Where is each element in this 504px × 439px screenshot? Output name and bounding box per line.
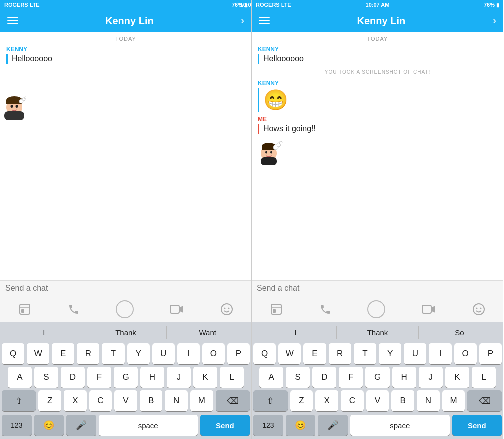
suggestion-right-1[interactable]: I: [255, 326, 337, 339]
key-space-left[interactable]: space: [99, 415, 198, 436]
key-W-left[interactable]: W: [27, 344, 49, 364]
key-emoji-left[interactable]: 😊: [34, 415, 64, 436]
status-left-info: ROGERS LTE: [4, 2, 40, 8]
key-C-right[interactable]: C: [341, 390, 364, 412]
key-H-right[interactable]: H: [392, 367, 416, 388]
menu-icon[interactable]: [7, 18, 18, 24]
key-W-right[interactable]: W: [278, 344, 301, 364]
key-R-left[interactable]: R: [77, 344, 99, 364]
key-X-left[interactable]: X: [64, 390, 87, 412]
key-send-left[interactable]: Send: [200, 415, 250, 436]
key-Q-right[interactable]: Q: [253, 344, 276, 364]
key-T-left[interactable]: T: [102, 344, 124, 364]
suggestion-right-2[interactable]: Thank: [337, 326, 419, 339]
key-J-right[interactable]: J: [419, 367, 443, 388]
key-shift-left[interactable]: ⇧: [2, 390, 36, 412]
key-C-left[interactable]: C: [89, 390, 112, 412]
video-icon-right[interactable]: [422, 304, 436, 314]
key-123-right[interactable]: 123: [253, 415, 283, 436]
key-N-left[interactable]: N: [165, 390, 188, 412]
chat-input-left[interactable]: [5, 284, 246, 293]
key-123-left[interactable]: 123: [2, 415, 32, 436]
menu-icon-right[interactable]: [259, 18, 270, 24]
key-E-left[interactable]: E: [52, 344, 74, 364]
key-Y-left[interactable]: Y: [127, 344, 150, 364]
phone-icon-left[interactable]: [68, 304, 80, 316]
key-space-right[interactable]: space: [350, 415, 450, 436]
key-B-right[interactable]: B: [391, 390, 414, 412]
key-D-left[interactable]: D: [61, 367, 85, 388]
key-M-right[interactable]: M: [442, 390, 465, 412]
key-I-right[interactable]: I: [429, 344, 451, 364]
capture-icon-right[interactable]: [367, 300, 385, 318]
svg-point-16: [224, 308, 225, 310]
key-F-left[interactable]: F: [87, 367, 111, 388]
key-U-left[interactable]: U: [152, 344, 175, 364]
input-area-right[interactable]: [252, 280, 503, 296]
key-O-left[interactable]: O: [202, 344, 225, 364]
right-phone-panel: ROGERS LTE 10:07 AM 76% ▮ Kenny Lin › TO…: [252, 0, 503, 439]
key-emoji-right[interactable]: 😊: [286, 415, 316, 436]
phone-icon-right[interactable]: [319, 304, 331, 316]
suggestion-right-3[interactable]: So: [419, 326, 500, 339]
key-shift-right[interactable]: ⇧: [253, 390, 288, 412]
chat-input-right[interactable]: [257, 284, 498, 293]
suggestion-left-3[interactable]: Want: [167, 326, 248, 339]
key-D-right[interactable]: D: [312, 367, 336, 388]
key-delete-right[interactable]: ⌫: [467, 390, 502, 412]
input-area-left[interactable]: [0, 280, 251, 296]
sticker-icon-right[interactable]: [270, 303, 283, 316]
suggestion-left-1[interactable]: I: [3, 326, 85, 339]
key-K-left[interactable]: K: [193, 367, 217, 388]
forward-icon[interactable]: ›: [241, 14, 244, 28]
key-B-left[interactable]: B: [140, 390, 163, 412]
message-emoji-kenny-right-2: 😁: [258, 88, 497, 112]
key-Z-right[interactable]: Z: [290, 390, 313, 412]
key-O-right[interactable]: O: [454, 344, 477, 364]
key-H-left[interactable]: H: [140, 367, 164, 388]
svg-rect-28: [271, 304, 281, 314]
video-icon-left[interactable]: [170, 304, 184, 314]
key-V-right[interactable]: V: [366, 390, 389, 412]
key-A-right[interactable]: A: [259, 367, 283, 388]
emoji-icon-left[interactable]: [220, 303, 233, 316]
key-V-left[interactable]: V: [114, 390, 137, 412]
key-S-left[interactable]: S: [34, 367, 58, 388]
key-Z-left[interactable]: Z: [38, 390, 61, 412]
key-Q-left[interactable]: Q: [2, 344, 24, 364]
forward-icon-right[interactable]: ›: [493, 14, 496, 28]
emoji-grin: 😁: [263, 89, 288, 111]
key-G-left[interactable]: G: [114, 367, 138, 388]
key-L-right[interactable]: L: [472, 367, 496, 388]
key-N-right[interactable]: N: [417, 390, 440, 412]
key-I-left[interactable]: I: [177, 344, 200, 364]
key-T-right[interactable]: T: [354, 344, 376, 364]
key-M-left[interactable]: M: [190, 390, 213, 412]
key-mic-right[interactable]: 🎤: [318, 415, 348, 436]
key-P-right[interactable]: P: [479, 344, 502, 364]
chat-area-left[interactable]: TODAY KENNY Helloooooo: [0, 32, 251, 280]
key-K-right[interactable]: K: [445, 367, 469, 388]
suggestion-left-2[interactable]: Thank: [85, 326, 167, 339]
key-mic-left[interactable]: 🎤: [66, 415, 96, 436]
key-R-right[interactable]: R: [329, 344, 351, 364]
capture-icon-left[interactable]: [116, 300, 134, 318]
key-U-right[interactable]: U: [404, 344, 426, 364]
key-P-left[interactable]: P: [227, 344, 250, 364]
key-S-right[interactable]: S: [286, 367, 310, 388]
key-E-right[interactable]: E: [303, 344, 326, 364]
emoji-icon-right[interactable]: [472, 303, 485, 316]
status-right-right-info: 76% ▮: [484, 2, 499, 8]
key-A-left[interactable]: A: [8, 367, 32, 388]
sticker-icon-left[interactable]: [18, 303, 31, 316]
key-F-right[interactable]: F: [339, 367, 363, 388]
key-Y-right[interactable]: Y: [379, 344, 401, 364]
svg-point-2: [11, 105, 13, 108]
chat-area-right[interactable]: TODAY KENNY Helloooooo YOU TOOK A SCREEN…: [252, 32, 503, 280]
key-G-right[interactable]: G: [365, 367, 389, 388]
key-delete-left[interactable]: ⌫: [216, 390, 250, 412]
key-L-left[interactable]: L: [220, 367, 244, 388]
key-X-right[interactable]: X: [315, 390, 338, 412]
key-send-right[interactable]: Send: [452, 415, 502, 436]
key-J-left[interactable]: J: [167, 367, 191, 388]
